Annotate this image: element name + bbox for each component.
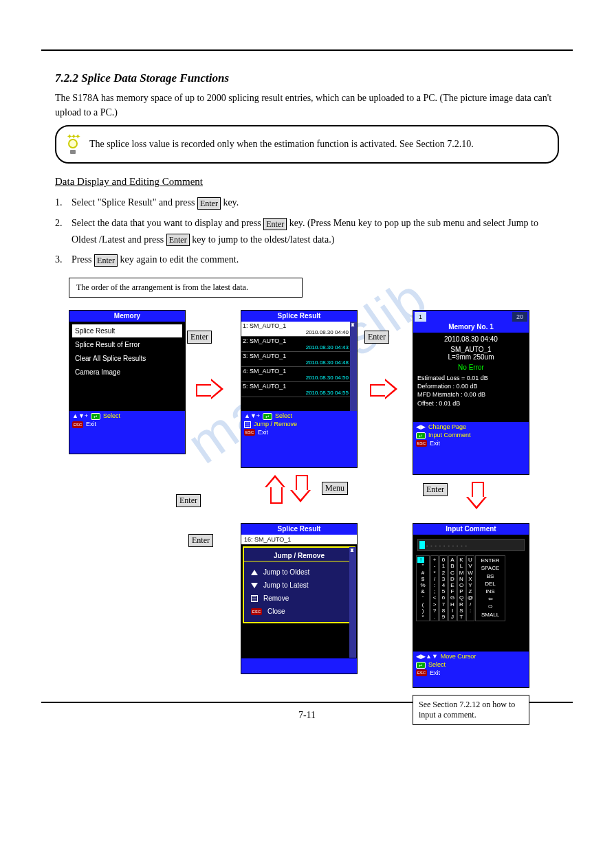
key-char[interactable]: 9 (441, 614, 446, 620)
stat-row: Estimated Loss = 0.01 dB (417, 374, 525, 382)
esc-icon: ESC (72, 421, 83, 428)
enter-icon: ↵ (91, 413, 100, 420)
key-char[interactable]: ; (432, 588, 437, 594)
key-char[interactable]: L (459, 563, 464, 569)
key-char[interactable]: ' (417, 594, 428, 601)
key-bs[interactable]: BS (487, 573, 494, 579)
detail-tabs: 1 20 (413, 311, 529, 322)
comment-text-field[interactable]: - - - - - - - - - - (417, 539, 525, 551)
key-char[interactable]: 0 (441, 557, 446, 563)
list-item[interactable]: 4: SM_AUTO_1 2010.08.30 04:50 (241, 367, 350, 382)
key-char[interactable]: 1 (441, 563, 446, 569)
key-char[interactable]: < (432, 594, 437, 601)
key-char[interactable]: + (432, 557, 437, 563)
key-char[interactable]: E (450, 582, 455, 588)
menu-icon (244, 421, 251, 428)
key-char[interactable]: / (468, 601, 473, 608)
key-char[interactable]: ! (417, 557, 424, 563)
key-char[interactable]: M (459, 570, 464, 576)
key-char[interactable]: 5 (441, 588, 446, 594)
key-char[interactable]: T (459, 614, 464, 620)
memory-row-clear-all[interactable]: Clear All Splice Results (72, 352, 182, 366)
esc-icon: ESC (251, 608, 262, 615)
key-char[interactable]: J (450, 614, 455, 620)
key-char[interactable]: @ (468, 594, 473, 601)
key-char[interactable]: # (417, 570, 428, 576)
list-item[interactable]: 5: SM_AUTO_1 2010.08.30 04:55 (241, 382, 350, 397)
key-char[interactable]: S (459, 608, 464, 614)
key-char[interactable]: G (450, 594, 455, 601)
key-char[interactable]: 6 (441, 594, 446, 601)
key-char[interactable]: I (450, 608, 455, 614)
key-char[interactable]: O (459, 582, 464, 588)
key-char[interactable]: % (417, 582, 428, 588)
key-char[interactable]: ? (432, 608, 437, 614)
popup-row-jump-oldest[interactable]: Jump to Oldest (244, 566, 354, 579)
popup-row-jump-latest[interactable]: Jump to Latest (244, 579, 354, 592)
key-char[interactable]: ) (417, 608, 428, 614)
key-char[interactable]: H (450, 601, 455, 608)
key-char[interactable]: 2 (441, 570, 446, 576)
key-char[interactable]: : (468, 608, 473, 614)
key-char[interactable]: > (432, 601, 437, 608)
key-char[interactable]: P (459, 588, 464, 594)
popup-row-close[interactable]: ESCClose (244, 605, 354, 618)
list-item[interactable]: 1: SM_AUTO_1 2010.08.30 04:40 (241, 322, 350, 337)
key-char[interactable]: U (468, 557, 473, 563)
key-char[interactable]: V (468, 563, 473, 569)
key-char[interactable]: D (450, 576, 455, 582)
key-char[interactable]: A (450, 557, 455, 563)
key-char[interactable]: . (432, 614, 437, 620)
step-2-num: 2. (55, 215, 67, 232)
key-space[interactable]: SPACE (481, 565, 500, 571)
popup-row-remove[interactable]: Remove (244, 592, 354, 605)
key-enter[interactable]: ENTER (481, 557, 499, 564)
key-char[interactable]: Q (459, 594, 464, 601)
key-char[interactable]: N (459, 576, 464, 582)
key-char[interactable]: * (432, 570, 437, 576)
scrollbar[interactable]: ▲▼ (350, 322, 357, 411)
key-char[interactable]: R (459, 601, 464, 608)
esc-icon: ESC (244, 429, 255, 436)
key-right[interactable]: ⇨ (488, 603, 493, 610)
key-char[interactable]: B (450, 563, 455, 569)
key-char[interactable]: K (459, 557, 464, 563)
float-key-enter-5: Enter (423, 483, 448, 496)
key-char[interactable]: / (432, 576, 437, 582)
step-1: 1. Select "Splice Result" and press Ente… (55, 194, 559, 211)
key-char[interactable]: Z (468, 588, 473, 594)
detail-noerror: No Error (416, 364, 526, 371)
list-item[interactable]: 2: SM_AUTO_1 2010.08.30 04:43 (241, 337, 350, 352)
key-char[interactable]: $ (417, 576, 428, 582)
tab-1[interactable]: 1 (415, 312, 426, 322)
list-item[interactable]: 3: SM_AUTO_1 2010.08.30 04:48 (241, 352, 350, 367)
step-2a: Select the data that you want to display… (72, 218, 261, 228)
key-char[interactable]: * (417, 614, 428, 620)
key-char[interactable]: 7 (441, 601, 446, 608)
memory-row-splice-error[interactable]: Splice Result of Error (72, 338, 182, 352)
key-char[interactable]: 3 (441, 576, 446, 582)
key-char[interactable]: Y (468, 582, 473, 588)
key-ins[interactable]: INS (485, 588, 494, 594)
key-char[interactable]: C (450, 570, 455, 576)
memory-row-camera-image[interactable]: Camera Image (72, 366, 182, 379)
key-char[interactable]: - (432, 563, 437, 569)
key-del[interactable]: DEL (485, 581, 496, 587)
key-char[interactable]: 4 (441, 582, 446, 588)
key-char[interactable]: 8 (441, 608, 446, 614)
key-char[interactable]: X (468, 576, 473, 582)
key-small[interactable]: SMALL (481, 612, 499, 618)
key-char[interactable]: F (450, 588, 455, 594)
key-char[interactable]: ( (417, 601, 428, 608)
key-left[interactable]: ⇦ (488, 596, 493, 602)
screen-memory-footer: ▲▼+↵Select ESCExit (69, 411, 185, 430)
key-char[interactable]: & (417, 588, 428, 594)
key-char[interactable]: : (432, 582, 437, 588)
memory-row-splice-result[interactable]: Splice Result (72, 324, 182, 338)
onscreen-keyboard[interactable]: ! " # $ % & ' ( ) * + - * (415, 554, 527, 623)
tab-20[interactable]: 20 (512, 312, 527, 322)
lightbulb-icon: ✦✦✦ (65, 135, 81, 154)
key-char[interactable]: W (468, 570, 473, 576)
key-char[interactable]: " (417, 563, 428, 569)
scrollbar[interactable]: ▲▼ (349, 547, 356, 658)
